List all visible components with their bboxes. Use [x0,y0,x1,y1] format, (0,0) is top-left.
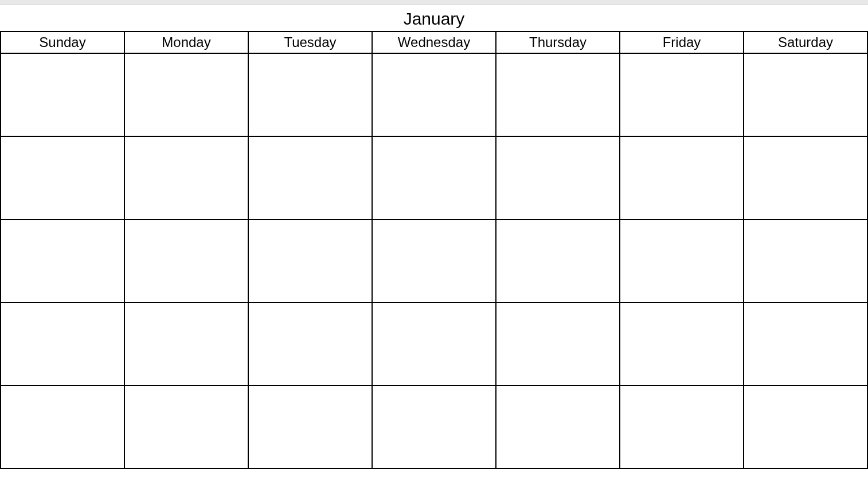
calendar-day-cell [620,53,744,136]
calendar-day-cell [744,219,867,302]
calendar-day-cell [496,53,620,136]
calendar-container: January Sunday Monday Tuesday Wednesday … [0,5,868,469]
calendar-day-cell [372,136,496,219]
calendar-day-cell [496,302,620,385]
calendar-day-cell [248,385,372,469]
window-top-border [0,0,868,5]
calendar-day-cell [372,385,496,469]
calendar-day-cell [124,385,248,469]
calendar-day-cell [372,53,496,136]
day-header-monday: Monday [124,32,248,53]
calendar-week-row [1,219,867,302]
calendar-day-cell [124,219,248,302]
day-header-thursday: Thursday [496,32,620,53]
calendar-day-cell [620,302,744,385]
calendar-day-cell [1,302,124,385]
day-header-row: Sunday Monday Tuesday Wednesday Thursday… [1,32,867,53]
day-header-friday: Friday [620,32,744,53]
calendar-week-row [1,385,867,469]
calendar-day-cell [496,136,620,219]
calendar-day-cell [496,219,620,302]
calendar-day-cell [1,53,124,136]
day-header-saturday: Saturday [744,32,867,53]
calendar-day-cell [1,385,124,469]
calendar-day-cell [744,302,867,385]
calendar-day-cell [372,302,496,385]
calendar-day-cell [248,302,372,385]
day-header-sunday: Sunday [1,32,124,53]
day-header-tuesday: Tuesday [248,32,372,53]
calendar-week-row [1,302,867,385]
calendar-day-cell [744,385,867,469]
calendar-day-cell [372,219,496,302]
calendar-day-cell [248,219,372,302]
calendar-day-cell [620,219,744,302]
calendar-week-row [1,136,867,219]
calendar-day-cell [744,136,867,219]
month-title: January [0,5,868,31]
calendar-day-cell [744,53,867,136]
day-header-wednesday: Wednesday [372,32,496,53]
calendar-day-cell [124,136,248,219]
calendar-week-row [1,53,867,136]
calendar-day-cell [124,53,248,136]
calendar-grid: Sunday Monday Tuesday Wednesday Thursday… [0,31,868,469]
calendar-day-cell [248,136,372,219]
calendar-day-cell [620,385,744,469]
calendar-day-cell [1,219,124,302]
calendar-day-cell [620,136,744,219]
calendar-body [1,53,867,469]
calendar-day-cell [496,385,620,469]
calendar-day-cell [124,302,248,385]
calendar-day-cell [1,136,124,219]
calendar-day-cell [248,53,372,136]
